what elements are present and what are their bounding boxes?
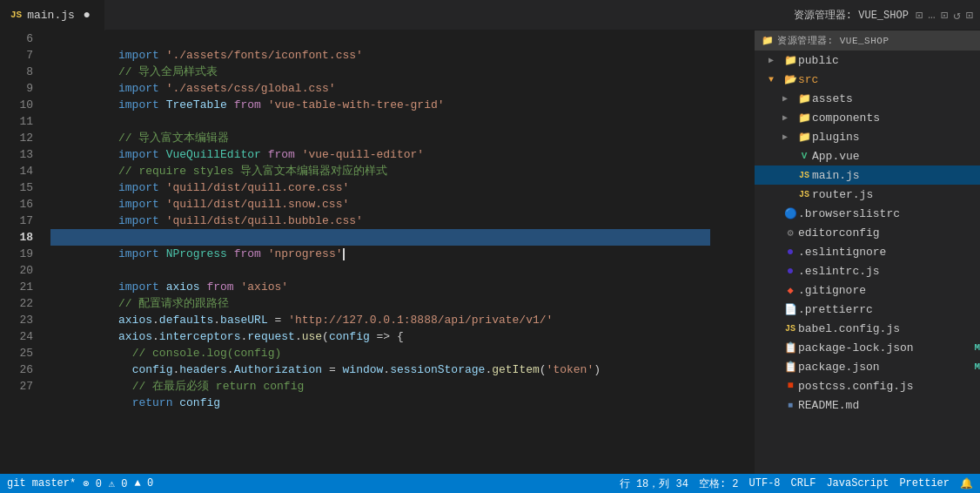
tree-item-readme[interactable]: ■ README.md (755, 395, 980, 415)
minimap (710, 30, 754, 474)
tree-item-routerjs[interactable]: JS router.js (755, 185, 980, 204)
label-mainjs: main.js (812, 169, 980, 182)
ln-14: 14 (17, 163, 33, 179)
indentation[interactable]: 空格: 2 (699, 476, 739, 491)
warnings-count[interactable]: ⚠ 0 (109, 477, 128, 490)
badge-pkg: M (974, 361, 980, 372)
code-line-24: // console.log(config) (50, 328, 710, 345)
js-icon-mainjs: JS (796, 171, 812, 180)
code-line-25: config.headers.Authorization = window.se… (50, 345, 710, 361)
arrow-assets: ▶ (782, 93, 796, 104)
code-line-23: axios.interceptors.request.use(config =>… (50, 312, 710, 328)
cursor-position[interactable]: 行 18，列 34 (620, 476, 688, 491)
js-icon-babelconfig: JS (782, 324, 798, 334)
ln-10: 10 (17, 97, 33, 113)
arrow-src: ▼ (769, 75, 782, 84)
file-icon-eslintignore: ● (782, 245, 798, 259)
tab-label: main.js (27, 9, 75, 22)
sidebar-title-label: 资源管理器: VUE_SHOP (777, 34, 889, 47)
arrow-postcss (769, 382, 782, 391)
label-babelconfig: babel.config.js (798, 322, 980, 335)
tree-item-mainjs[interactable]: JS main.js (755, 165, 980, 185)
code-content[interactable]: import './assets/fonts/iconfont.css' // … (44, 30, 710, 474)
js-icon-routerjs: JS (796, 190, 812, 199)
arrow-prettierrc (769, 305, 782, 314)
label-pkglock: package-lock.json (798, 341, 970, 355)
sidebar-title: 📁 资源管理器: VUE_SHOP (755, 30, 980, 51)
folder-icon-public: 📁 (782, 54, 798, 67)
tree-item-editorconfig[interactable]: ⚙ editorconfig (755, 223, 980, 242)
ln-15: 15 (17, 179, 33, 196)
info-count[interactable]: ▲ 0 (135, 477, 154, 490)
tab-close-button[interactable]: ● (80, 8, 94, 22)
status-bar: git master* ⊗ 0 ⚠ 0 ▲ 0 行 18，列 34 空格: 2 … (0, 474, 980, 493)
file-tree: ▶ 📁 public ▼ 📂 src ▶ 📁 assets (755, 51, 980, 474)
icon-new-file[interactable]: ⊡ (966, 8, 973, 23)
tree-item-gitignore[interactable]: ◆ .gitignore (755, 280, 980, 300)
md-icon-readme: ■ (782, 401, 798, 410)
icon-refresh[interactable]: ↺ (953, 8, 960, 23)
label-components: components (812, 111, 980, 125)
file-icon-prettierrc: 📄 (782, 303, 798, 316)
explorer-icon: 📁 (762, 35, 774, 46)
notifications-icon[interactable]: 🔔 (960, 477, 973, 490)
formatter[interactable]: Prettier (899, 477, 950, 490)
label-routerjs: router.js (812, 188, 980, 201)
icon-split[interactable]: ⊡ (916, 8, 923, 23)
tree-item-eslintignore[interactable]: ● .eslintignore (755, 242, 980, 261)
code-line-8: import './assets/css/global.css' (50, 64, 710, 80)
code-line-18: import NProgress from 'nprogress' (50, 229, 710, 246)
arrow-routerjs (782, 190, 796, 199)
icon-collapse[interactable]: ⊡ (941, 8, 948, 23)
ln-6: 6 (17, 30, 33, 47)
file-icon-gitignore: ◆ (782, 284, 798, 297)
badge-pkglock: M (974, 342, 980, 353)
tree-item-src[interactable]: ▼ 📂 src (755, 70, 980, 89)
ln-25: 25 (17, 345, 33, 361)
arrow-readme (769, 401, 782, 410)
json-icon-pkg: 📋 (782, 361, 798, 374)
code-line-12: import VueQuillEditor from 'vue-quill-ed… (50, 130, 710, 146)
code-container: 6 7 8 9 10 11 12 13 14 15 16 17 18 19 20… (0, 30, 754, 474)
ln-22: 22 (17, 295, 33, 312)
code-line-6: import './assets/fonts/iconfont.css' (50, 30, 710, 47)
tree-item-appvue[interactable]: V App.vue (755, 146, 980, 165)
tree-item-browserslistrc[interactable]: 🔵 .browserslistrc (755, 204, 980, 223)
ln-11: 11 (17, 113, 33, 130)
errors-count[interactable]: ⊗ 0 (83, 477, 102, 490)
line-ending[interactable]: CRLF (791, 477, 816, 490)
ln-27: 27 (17, 378, 33, 395)
tree-item-pkg[interactable]: 📋 package.json M (755, 357, 980, 376)
tree-item-prettierrc[interactable]: 📄 .prettierrc (755, 300, 980, 319)
main-area: 6 7 8 9 10 11 12 13 14 15 16 17 18 19 20… (0, 30, 980, 474)
arrow-components: ▶ (782, 112, 796, 123)
code-line-13: // require styles 导入富文本编辑器对应的样式 (50, 146, 710, 163)
folder-icon-src: 📂 (782, 73, 798, 86)
tree-item-postcss[interactable]: ■ postcss.config.js (755, 376, 980, 395)
tab-js-icon: JS (10, 10, 22, 20)
code-line-11: // 导入富文本编辑器 (50, 113, 710, 130)
tree-item-eslintrc[interactable]: ● .eslintrc.js (755, 261, 980, 280)
tree-item-pkglock[interactable]: 📋 package-lock.json M (755, 338, 980, 357)
top-right-icons: ⊡ … ⊡ ↺ ⊡ (916, 8, 973, 23)
arrow-mainjs (782, 171, 796, 180)
label-appvue: App.vue (812, 150, 980, 163)
tree-item-public[interactable]: ▶ 📁 public (755, 51, 980, 70)
language-mode[interactable]: JavaScript (826, 477, 889, 490)
ln-26: 26 (17, 361, 33, 378)
tree-item-plugins[interactable]: ▶ 📁 plugins (755, 127, 980, 146)
arrow-appvue (782, 152, 796, 161)
main-js-tab[interactable]: JS main.js ● (0, 0, 105, 30)
label-assets: assets (812, 92, 980, 105)
icon-more[interactable]: … (928, 8, 935, 23)
vue-icon-appvue: V (796, 151, 812, 161)
ln-23: 23 (17, 312, 33, 328)
ln-17: 17 (17, 213, 33, 229)
git-branch[interactable]: git master* (7, 477, 76, 490)
tree-item-components[interactable]: ▶ 📁 components (755, 108, 980, 127)
tree-item-assets[interactable]: ▶ 📁 assets (755, 89, 980, 108)
tree-item-babelconfig[interactable]: JS babel.config.js (755, 319, 980, 338)
label-postcss: postcss.config.js (798, 380, 980, 393)
file-encoding[interactable]: UTF-8 (749, 477, 781, 490)
code-line-17: 💡 (50, 213, 710, 229)
